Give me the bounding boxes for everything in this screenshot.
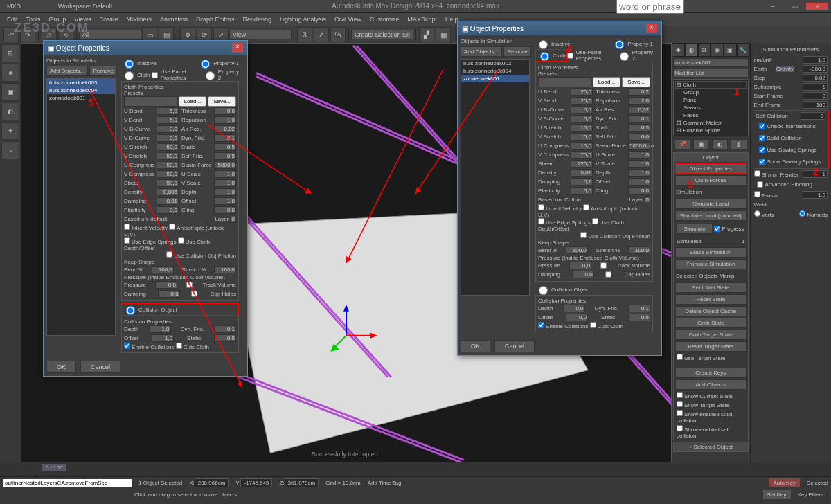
show-current-check[interactable] [677, 392, 683, 398]
dialog1-prop1-radio[interactable] [201, 60, 210, 69]
dialog1-add-button[interactable]: Add Objects... [46, 66, 88, 76]
refcoord-drop[interactable]: View [229, 30, 292, 39]
tab-create[interactable]: ✚ [672, 43, 685, 57]
x-coord[interactable]: 238,966cm [195, 478, 229, 487]
dialog2-close[interactable]: × [646, 24, 657, 33]
simrender-spinner[interactable]: 1 [803, 170, 828, 178]
param-spin[interactable]: 0,5 [214, 152, 236, 160]
endframe-spinner[interactable]: 100 [803, 101, 828, 109]
param-spin[interactable]: 1,0 [628, 178, 650, 186]
progress-check[interactable] [714, 226, 720, 232]
grab-target-state-button[interactable]: Grab Target State [675, 330, 747, 340]
param-spin[interactable]: 1,0 [214, 116, 236, 124]
dialog1-collision-radio[interactable] [126, 306, 135, 315]
param-spin[interactable]: 0,1 [214, 134, 236, 142]
dialog2-collision-radio[interactable] [539, 286, 548, 295]
percent-snap-icon[interactable]: % [330, 27, 346, 42]
param-spin[interactable]: 0,02 [628, 106, 650, 114]
dialog2-prop2-radio[interactable] [620, 52, 629, 61]
gravity-spinner[interactable]: -980,0 [803, 65, 828, 73]
dialog1-bend-spinner[interactable]: 100,0 [152, 266, 174, 273]
autokey-button[interactable]: Auto Key [769, 478, 799, 487]
dialog2-cloth-radio[interactable] [540, 52, 549, 61]
dialog1-layer-spinner[interactable]: 0 [231, 215, 236, 223]
dialog2-depth2-spinner[interactable]: 0,0 [563, 305, 585, 312]
dialog2-offset-spinner[interactable]: 0,0 [566, 314, 588, 321]
show-sewing-check[interactable] [759, 159, 765, 165]
dialog2-bend-spinner[interactable]: 100,0 [566, 246, 588, 254]
advanced-pinching-check[interactable] [757, 181, 763, 188]
param-spin[interactable]: 1,0 [628, 169, 650, 177]
dialog2-stretch-spinner[interactable]: 100,0 [628, 246, 650, 254]
use-sewing-check[interactable] [759, 147, 765, 153]
dialog2-inherit-check[interactable] [538, 204, 544, 210]
stack-cloth[interactable]: ⊟ Cloth [675, 81, 747, 89]
keyfilters-button[interactable]: Key Filters... [798, 492, 828, 498]
tool1-icon[interactable]: ⊞ [1, 44, 19, 62]
dialog1-prop2-radio[interactable] [206, 71, 215, 80]
param-spin[interactable]: 0,01 [157, 197, 179, 205]
param-spin[interactable]: 0,1 [571, 178, 593, 186]
dialog1-collfric-check[interactable] [166, 251, 172, 258]
reset-state-button[interactable]: Reset State [675, 294, 747, 305]
dialog2-damping-spinner[interactable]: 0,0 [572, 271, 594, 278]
param-spin[interactable]: 1,0 [214, 197, 236, 205]
dialog1-cap-check[interactable] [191, 291, 197, 297]
param-spin[interactable]: 1,0 [214, 179, 236, 187]
dialog2-enable-check[interactable] [538, 322, 544, 328]
stack-pin-icon[interactable]: 📌 [674, 139, 690, 150]
dialog2-object-list[interactable]: buis zonnedoek003 buis zonnedoek004 zonn… [461, 59, 530, 296]
dialog2-statf-spinner[interactable]: 0,5 [628, 314, 650, 321]
check-intersections-check[interactable] [759, 123, 765, 129]
menu-civilview[interactable]: Civil View [330, 16, 366, 23]
rollout-object[interactable]: Object [674, 153, 748, 162]
param-spin[interactable]: 0,0 [214, 107, 236, 115]
dialog1-enable-check[interactable] [124, 343, 130, 349]
param-spin[interactable]: 15,0 [571, 124, 593, 132]
grab-state-button[interactable]: Grab State [675, 318, 747, 328]
dialog1-stretch-spinner[interactable]: 100,0 [214, 266, 236, 273]
dialog1-object-list[interactable]: buis zonnedoek003 buis zonnedoek004 zonn… [46, 78, 116, 336]
dialog1-ok-button[interactable]: OK [46, 361, 76, 373]
object-properties-button[interactable]: Object Properties [675, 163, 747, 174]
selfcoll-spinner[interactable]: 0 [801, 112, 825, 120]
erase-simulation-button[interactable]: Erase Simulation [675, 247, 747, 258]
param-spin[interactable]: 50,0 [157, 143, 179, 151]
menu-animation[interactable]: Animation [156, 16, 192, 23]
dialog2-prop1-radio[interactable] [615, 40, 624, 49]
show-self-check[interactable] [677, 425, 683, 431]
dialog1-damping-spinner[interactable]: 0,0 [158, 290, 180, 298]
dialog2-depth-check[interactable] [592, 218, 598, 224]
stack-group[interactable]: Group [675, 89, 747, 96]
create-keys-button[interactable]: Create Keys [675, 368, 747, 378]
param-spin[interactable]: 0,0 [157, 206, 179, 214]
script-listener[interactable]: outlinerNestedLayersCA.removeFromSce [3, 479, 132, 487]
align-icon[interactable]: ▦ [436, 27, 451, 42]
setkey-button[interactable]: Set Key [763, 490, 791, 499]
sim-render-check[interactable] [754, 170, 760, 177]
cmunit-spinner[interactable]: 1,0 [803, 56, 828, 64]
param-spin[interactable]: 5000,0 [214, 161, 236, 169]
param-spin[interactable]: 5000,0cm [628, 142, 650, 150]
use-target-state-check[interactable] [677, 354, 683, 360]
param-spin[interactable]: 0,5 [628, 124, 650, 132]
param-spin[interactable]: 0,2 [628, 88, 650, 96]
param-spin[interactable]: 0,005 [157, 188, 179, 196]
param-spin[interactable]: 50,0 [157, 161, 179, 169]
param-spin[interactable]: 1,0 [214, 170, 236, 178]
dialog1-cloth-radio[interactable] [125, 71, 134, 80]
tool3-icon[interactable]: ▣ [1, 83, 19, 101]
param-spin[interactable]: 15,0 [571, 133, 593, 141]
tool5-icon[interactable]: ☀ [1, 122, 19, 140]
dialog1-aniso-check[interactable] [169, 224, 175, 230]
truncate-simulation-button[interactable]: Truncate Simulation [675, 259, 747, 269]
mirror-icon[interactable]: ▞ [419, 27, 434, 42]
dialog2-preset-drop[interactable] [538, 77, 591, 87]
dialog2-track-check[interactable] [600, 262, 607, 269]
menu-lighting[interactable]: Lighting Analysis [276, 16, 330, 23]
stack-show-icon[interactable]: ▣ [693, 139, 709, 150]
param-spin[interactable]: 1,0 [628, 160, 650, 168]
stack-remove-icon[interactable]: 🗑 [731, 139, 747, 150]
cloth-forces-button[interactable]: Cloth Forces [675, 175, 747, 186]
param-spin[interactable]: 0,0 [157, 125, 179, 133]
